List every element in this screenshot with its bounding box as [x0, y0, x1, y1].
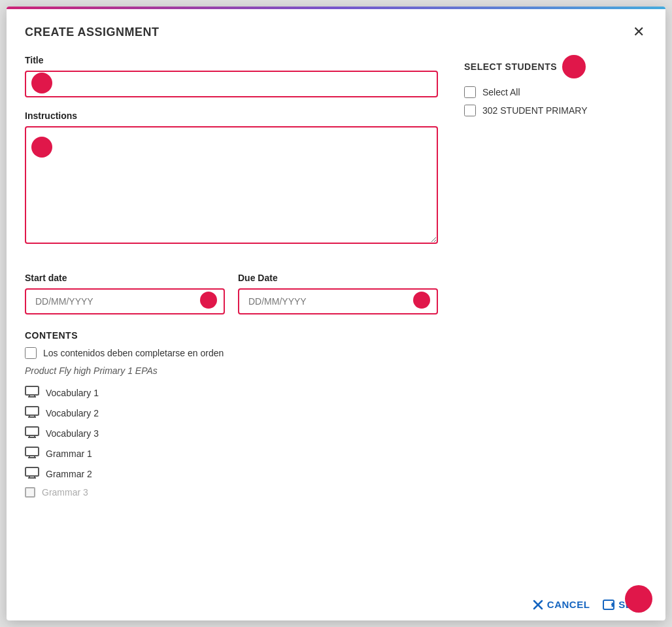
- due-date-field: Due Date: [238, 273, 438, 314]
- contents-order-row: Los contenidos deben completarse en orde…: [25, 347, 438, 359]
- student-group-label-0: 302 STUDENT PRIMARY: [482, 105, 588, 116]
- product-title: Product Fly high Primary 1 EPAs: [25, 365, 438, 376]
- instructions-pink-dot: [31, 137, 52, 160]
- cancel-label: CANCEL: [547, 599, 590, 610]
- start-date-field: Start date: [25, 273, 225, 314]
- dialog-footer: CANCEL SEND: [7, 588, 665, 620]
- contents-order-label: Los contenidos deben completarse en orde…: [43, 348, 224, 358]
- due-date-input[interactable]: [238, 288, 438, 314]
- monitor-icon-0: [25, 386, 39, 399]
- student-group-row-0: 302 STUDENT PRIMARY: [464, 105, 647, 116]
- title-label: Title: [25, 55, 438, 65]
- due-date-wrapper: [238, 288, 438, 314]
- content-item-label-4: Grammar 2: [46, 469, 92, 479]
- svg-rect-4: [25, 407, 39, 415]
- content-item-label-1: Vocabulary 2: [46, 408, 99, 418]
- content-item-4: Grammar 2: [25, 464, 438, 484]
- close-button[interactable]: ✕: [630, 22, 647, 42]
- due-date-label: Due Date: [238, 273, 438, 283]
- select-all-checkbox[interactable]: [464, 86, 476, 98]
- monitor-icon-3: [25, 447, 39, 460]
- contents-section: CONTENTS Los contenidos deben completars…: [25, 330, 438, 501]
- title-input[interactable]: [25, 71, 438, 97]
- content-item-label-3: Grammar 1: [46, 449, 92, 459]
- dialog-title: CREATE ASSIGNMENT: [25, 25, 160, 39]
- date-row: Start date Due Date: [25, 273, 438, 314]
- send-icon: [603, 600, 614, 610]
- content-item-label-2: Vocabulary 3: [46, 428, 99, 439]
- svg-rect-0: [25, 386, 39, 395]
- cancel-button[interactable]: CANCEL: [533, 599, 590, 610]
- start-date-input[interactable]: [25, 288, 225, 314]
- dialog-body: Title Instructions Start date: [7, 48, 665, 588]
- content-item-2: Vocabulary 3: [25, 423, 438, 443]
- title-input-wrapper: [25, 71, 438, 97]
- right-column: SELECT STUDENTS Select All 302 STUDENT P…: [464, 55, 647, 575]
- svg-rect-16: [25, 467, 39, 476]
- start-date-label: Start date: [25, 273, 225, 283]
- cancel-x-icon: [533, 600, 543, 610]
- create-assignment-dialog: CREATE ASSIGNMENT ✕ Title Instructions: [7, 7, 665, 620]
- content-item-1: Vocabulary 2: [25, 403, 438, 423]
- select-all-label: Select All: [482, 87, 520, 97]
- content-item-0: Vocabulary 1: [25, 382, 438, 403]
- start-date-wrapper: [25, 288, 225, 314]
- student-group-checkbox-0[interactable]: [464, 105, 476, 116]
- svg-rect-8: [25, 427, 39, 435]
- monitor-icon-4: [25, 467, 39, 481]
- svg-rect-12: [25, 447, 39, 456]
- dialog-header: CREATE ASSIGNMENT ✕: [7, 9, 665, 48]
- content-item-label-0: Vocabulary 1: [46, 388, 99, 398]
- instructions-label: Instructions: [25, 110, 438, 121]
- left-column: Title Instructions Start date: [25, 55, 438, 575]
- select-all-row: Select All: [464, 86, 647, 98]
- content-item-label-5: Grammar 3: [42, 487, 88, 498]
- footer-pink-dot: [625, 585, 652, 613]
- students-pink-dot: [562, 55, 586, 78]
- monitor-icon-1: [25, 406, 39, 420]
- content-item-3: Grammar 1: [25, 443, 438, 464]
- content-item-checkbox-5: [25, 487, 35, 498]
- students-section-title: SELECT STUDENTS: [464, 55, 647, 78]
- contents-order-checkbox[interactable]: [25, 347, 37, 359]
- title-pink-dot: [31, 73, 52, 96]
- contents-label: CONTENTS: [25, 330, 438, 341]
- instructions-textarea[interactable]: [25, 126, 438, 244]
- content-item-5: Grammar 3: [25, 484, 438, 501]
- monitor-icon-2: [25, 426, 39, 440]
